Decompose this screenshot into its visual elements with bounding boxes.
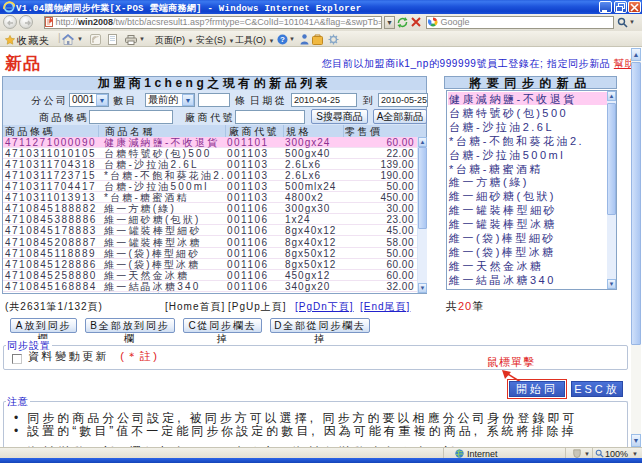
- svg-text:?: ?: [280, 35, 285, 44]
